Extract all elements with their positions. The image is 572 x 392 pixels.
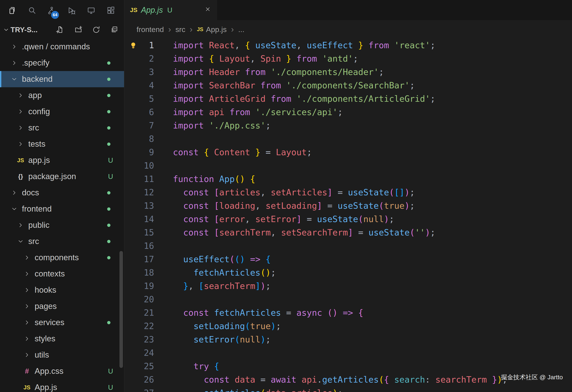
tree-item-label: pages [35, 302, 57, 311]
breadcrumb-item-frontend[interactable]: frontend [137, 25, 164, 34]
breadcrumb-item-app.js[interactable]: JSApp.js [197, 25, 227, 34]
tree-item-config[interactable]: config [0, 103, 124, 120]
code-line[interactable]: 1import React, { useState, useEffect } f… [124, 39, 572, 52]
tree-item-contexts[interactable]: contexts [0, 266, 124, 282]
tree-item-app.js[interactable]: JSapp.jsU [0, 152, 124, 168]
lightbulb-icon[interactable] [129, 41, 137, 49]
tab-close-icon[interactable] [205, 6, 212, 14]
line-number: 24 [138, 346, 154, 359]
code-line[interactable]: 21 const fetchArticles = async () => { [124, 306, 572, 319]
code-line[interactable]: 17 useEffect(() => { [124, 253, 572, 266]
line-number: 16 [138, 239, 154, 253]
new-file-button[interactable] [56, 26, 64, 34]
activity-bar: 64 [0, 0, 124, 21]
tree-item-components[interactable]: components [0, 249, 124, 266]
files-icon [8, 6, 17, 15]
tree-item-public[interactable]: public [0, 217, 124, 233]
tree-item-docs[interactable]: docs [0, 185, 124, 201]
code-line[interactable]: 13 const [loading, setLoading] = useStat… [124, 199, 572, 212]
code-line[interactable]: 20 [124, 293, 572, 306]
tree-item-backend[interactable]: backend [0, 71, 124, 87]
tree-item-utils[interactable]: utils [0, 347, 124, 363]
explorer-title[interactable]: TRY-S... [11, 26, 37, 34]
tree-item-.qwen-commands[interactable]: .qwen / commands [0, 39, 124, 55]
line-number: 20 [138, 293, 154, 306]
activity-run-debug-button[interactable] [67, 6, 76, 15]
tree-item-services[interactable]: services [0, 314, 124, 331]
tree-item-pages[interactable]: pages [0, 298, 124, 314]
activity-extensions-button[interactable] [107, 6, 115, 15]
code-line[interactable]: 2import { Layout, Spin } from 'antd'; [124, 52, 572, 65]
breadcrumb-separator-icon: › [168, 25, 171, 34]
collapse-all-button[interactable] [110, 26, 118, 34]
code-line[interactable]: 5import ArticleGrid from './components/A… [124, 92, 572, 105]
code-line[interactable]: 27 setArticles(data.articles); [124, 386, 572, 392]
activity-remote-button[interactable] [87, 6, 95, 15]
activity-files-button[interactable] [8, 6, 17, 15]
code-line[interactable]: 3import Header from './components/Header… [124, 65, 572, 79]
refresh-button[interactable] [92, 26, 100, 34]
git-status-badge: U [108, 173, 113, 181]
code-line[interactable]: 10 [124, 159, 572, 172]
code-line[interactable]: 23 setError(null); [124, 333, 572, 346]
gutter-space [128, 186, 138, 199]
code-line[interactable]: 4import SearchBar from './components/Sea… [124, 79, 572, 92]
lightbulb-slot[interactable] [128, 39, 138, 52]
tree-item-app.js[interactable]: JSApp.jsU [0, 379, 124, 392]
code-line[interactable]: 16 [124, 239, 572, 253]
tree-item-package.json[interactable]: {}package.jsonU [0, 168, 124, 185]
code-line[interactable]: 11function App() { [124, 172, 572, 186]
run-debug-icon [67, 6, 76, 15]
code-line[interactable]: 22 setLoading(true); [124, 319, 572, 333]
breadcrumb-item-...[interactable]: ... [238, 25, 244, 34]
tab-app-js[interactable]: JS App.js U [124, 0, 217, 20]
breadcrumb: frontend›src›JSApp.js›... [124, 20, 572, 39]
code-line[interactable]: 14 const [error, setError] = useState(nu… [124, 212, 572, 226]
line-number: 6 [138, 105, 154, 119]
chev-right-icon [17, 108, 24, 115]
code-line[interactable]: 24 [124, 346, 572, 359]
activity-search-button[interactable] [28, 6, 36, 15]
explorer-header: TRY-S... [0, 21, 124, 39]
tree-item-frontend[interactable]: frontend [0, 201, 124, 217]
gutter-space [128, 279, 138, 293]
code-line[interactable]: 8 [124, 132, 572, 146]
gutter-space [128, 239, 138, 253]
code-line[interactable]: 6import api from './services/api'; [124, 105, 572, 119]
code-line[interactable]: 9const { Content } = Layout; [124, 146, 572, 159]
git-modified-dot [107, 224, 111, 227]
breadcrumb-item-src[interactable]: src [175, 25, 185, 34]
code-line[interactable]: 7import './App.css'; [124, 119, 572, 132]
tree-item-label: .qwen / commands [22, 42, 90, 51]
activity-source-control-button[interactable]: 64 [47, 6, 56, 15]
code-line[interactable]: 19 }, [searchTerm]); [124, 279, 572, 293]
tree-item-.specify[interactable]: .specify [0, 55, 124, 71]
chev-right-icon [24, 303, 30, 310]
tree-item-label: .specify [22, 58, 49, 67]
tree-item-src[interactable]: src [0, 233, 124, 249]
tree-item-label: src [28, 123, 39, 132]
tree-item-label: contexts [35, 269, 65, 278]
chev-right-icon [11, 60, 17, 66]
tree-item-src[interactable]: src [0, 120, 124, 136]
code-line[interactable]: 12 const [articles, setArticles] = useSt… [124, 186, 572, 199]
code-line[interactable]: 18 fetchArticles(); [124, 266, 572, 279]
code-editor[interactable]: 1import React, { useState, useEffect } f… [124, 39, 572, 392]
sidebar-scrollbar[interactable] [119, 251, 123, 368]
tree-item-label: tests [28, 139, 45, 149]
code-line[interactable]: 25 try { [124, 359, 572, 373]
sidebar: 64 TRY-S... .qwen / commands.specifyback… [0, 0, 124, 392]
code-line[interactable]: 15 const [searchTerm, setSearchTerm] = u… [124, 226, 572, 239]
tree-item-hooks[interactable]: hooks [0, 282, 124, 298]
tree-item-tests[interactable]: tests [0, 136, 124, 152]
code-text: import api from './services/api'; [173, 105, 343, 119]
tree-item-label: hooks [35, 285, 56, 295]
new-folder-button[interactable] [74, 26, 82, 34]
git-modified-dot [107, 143, 111, 146]
gutter-space [128, 359, 138, 373]
tree-item-styles[interactable]: styles [0, 331, 124, 347]
tree-item-app[interactable]: app [0, 87, 124, 103]
tree-item-app.css[interactable]: #App.cssU [0, 363, 124, 379]
chevron-down-icon[interactable] [3, 27, 9, 33]
line-number: 4 [138, 79, 154, 92]
